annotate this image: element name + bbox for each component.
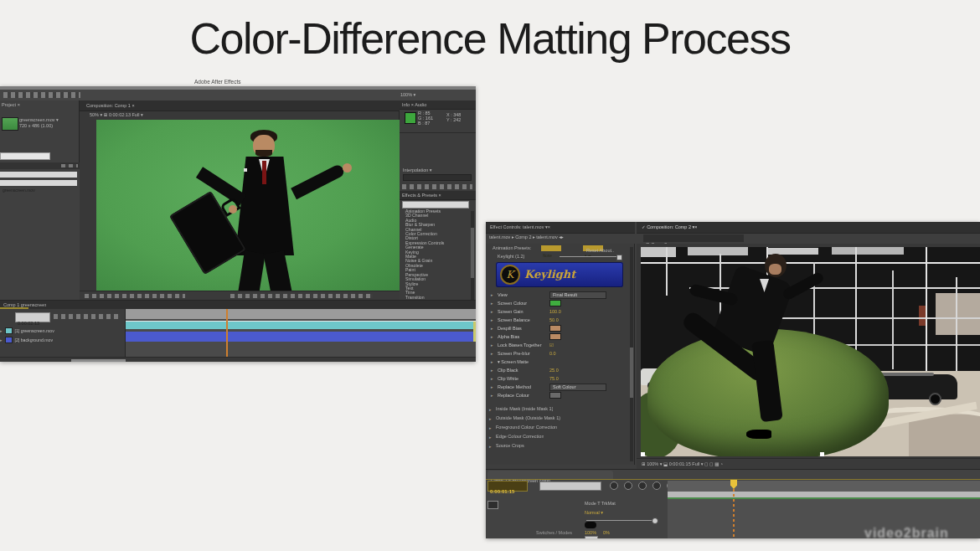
effect-param-row[interactable]: ▸ ▾ Screen Matte	[486, 358, 630, 366]
info-tab[interactable]: Info × Audio	[402, 102, 472, 108]
composite-timecode-box[interactable]: 0:00:01:15	[487, 481, 528, 492]
composite-layer-bar[interactable]	[668, 492, 980, 497]
effect-param-row[interactable]: ▸ Screen Gain 100.0	[486, 307, 630, 316]
opacity-slider-track[interactable]	[586, 520, 658, 521]
effect-name-label[interactable]: Keylight (1.2)	[498, 254, 556, 260]
effect-group-row[interactable]: ▸ Edge Colour Correction	[486, 432, 630, 441]
keyframe-box[interactable]	[585, 536, 598, 538]
timeline-timecode-box[interactable]: 0:00:02:13	[15, 312, 50, 322]
effect-controls-breadcrumb[interactable]: talent.mov ▸ Comp 2 ▸ talent.mov ◂▸	[489, 234, 632, 240]
effect-slider-track[interactable]	[560, 256, 622, 257]
param-color-swatch[interactable]	[549, 392, 561, 399]
footage-thumbnail[interactable]	[2, 117, 18, 131]
man-right-hand	[343, 163, 352, 173]
composite-viewer-toolbar[interactable]: ⊞ 100% ▾ ⬓ 0:00:01:15 Full ▾ ◻ ◻ ▦ ◔	[637, 458, 980, 470]
composition-viewer-panel: Composition: Comp 1 × 50% ▾ ⊞ 0:00:02:13…	[80, 100, 400, 300]
param-color-swatch[interactable]	[549, 300, 561, 306]
effect-param-row[interactable]: ▸ View Final Result	[486, 291, 630, 299]
ec-scrollbar-thumb[interactable]	[630, 348, 633, 398]
project-item-row[interactable]: Comp 1	[0, 172, 77, 178]
project-panel-header[interactable]: Project ×	[2, 102, 75, 108]
effect-param-row[interactable]: ▸ Clip Black 25.0	[486, 366, 630, 374]
effects-presets-title[interactable]: Effects & Presets ×	[402, 193, 472, 198]
info-tab-bar: Info × Audio	[400, 100, 476, 110]
selection-handle-left[interactable]	[641, 452, 645, 456]
viewer-toolbar-icons2[interactable]	[230, 294, 373, 298]
man-left-leg	[238, 250, 266, 291]
param-color-swatch[interactable]	[549, 333, 561, 340]
layer-color-chip[interactable]	[5, 337, 13, 343]
project-search-bar[interactable]	[0, 152, 50, 160]
audio-field[interactable]	[403, 174, 472, 181]
timeline-tracks[interactable]	[126, 319, 476, 357]
project-item-row[interactable]: greenscreen.mov	[0, 180, 77, 186]
audio-row-label[interactable]: Interpolation ▾	[403, 167, 436, 173]
dock-icons-row[interactable]	[402, 184, 472, 189]
timeline-left-pane: 0:00:02:13 ▸ [1] greenscreen.mov ▸ [2] b…	[0, 309, 126, 357]
effects-scrollbar[interactable]	[471, 211, 474, 300]
preset-pill-1[interactable]: None	[541, 245, 561, 251]
viewer-subtab-pill[interactable]: ⊞ Comp 2 ▾	[643, 234, 744, 242]
param-dropdown[interactable]: Soft Colour	[549, 384, 606, 391]
effect-param-row[interactable]: ▸ Replace Colour	[486, 391, 630, 399]
toolbar-zoom-text[interactable]: 100% ▾	[400, 92, 451, 98]
effect-slider-knob[interactable]	[616, 255, 622, 260]
footage-info: 720 x 486 (1.00)	[19, 123, 78, 129]
composite-footage[interactable]	[641, 247, 980, 456]
param-color-swatch[interactable]	[549, 325, 561, 332]
current-time-indicator[interactable]	[226, 309, 228, 357]
second-pct[interactable]: 0%	[603, 530, 610, 535]
effect-group-row[interactable]: ▸ Source Crops	[486, 441, 630, 451]
viewer-toolbar-icons[interactable]	[85, 294, 185, 298]
composite-cti-line[interactable]	[733, 489, 735, 538]
layer-bar-teal[interactable]	[126, 322, 476, 329]
switches-modes-note[interactable]: Switches / Modes	[536, 530, 583, 536]
after-effects-window-composite: Effect Controls: talent.mov ▾× ✓ Composi…	[486, 222, 980, 538]
blend-mode-value[interactable]: Normal ▾	[585, 510, 603, 515]
effect-group-row[interactable]: ▸ Inside Mask (Inside Mask 1)	[486, 404, 630, 414]
effect-param-row[interactable]: ▸ Despill Bias	[486, 324, 630, 332]
av-features-box[interactable]	[487, 501, 498, 509]
opacity-slider-knob[interactable]	[652, 518, 658, 524]
greenscreen-footage[interactable]	[96, 120, 400, 291]
timeline-hscroll[interactable]	[0, 357, 476, 362]
timeline-layer-row[interactable]: ▸ [2] background.mov	[0, 335, 126, 344]
app-toolbar[interactable]: 100% ▾	[0, 90, 476, 101]
panel-mini-icons[interactable]	[61, 164, 78, 167]
viewer-info-line[interactable]: 50% ▾ ⊞ 0:00:02:13 Full ▾	[90, 112, 257, 118]
effect-param-row[interactable]: ▸ Alpha Bias	[486, 332, 630, 341]
layer-color-chip[interactable]	[5, 327, 13, 334]
effect-param-row[interactable]: ▸ Screen Pre-blur 0.0	[486, 349, 630, 358]
composite-ruler[interactable]	[668, 481, 980, 492]
keylight-logo-letter: K	[507, 269, 514, 281]
effect-group-row[interactable]: ▸ Foreground Colour Correction	[486, 423, 630, 432]
effect-controls-tab[interactable]: Effect Controls: talent.mov ▾×	[490, 224, 631, 230]
effect-controls-scrollbar[interactable]	[630, 247, 633, 461]
timeline-toolbar-icons[interactable]	[54, 314, 121, 319]
effects-list[interactable]: Animation Presets3D ChannelAudioBlur & S…	[400, 209, 471, 305]
effect-reset-link[interactable]: Reset About..	[586, 248, 632, 254]
comp-viewer-tab[interactable]: ✓ Composition: Comp 2 ▾×	[642, 224, 859, 230]
comp-man-face	[769, 264, 781, 275]
effect-param-row[interactable]: ▸ Lock Biases Together ☑	[486, 341, 630, 349]
composite-toolbar-text[interactable]: ⊞ 100% ▾ ⬓ 0:00:01:15 Full ▾ ◻ ◻ ▦ ◔	[642, 461, 968, 467]
opacity-pct[interactable]: 100%	[585, 530, 596, 535]
effect-param-row[interactable]: ▸ Screen Colour	[486, 299, 630, 307]
timeline-ruler[interactable]	[126, 309, 476, 319]
viewer-tab[interactable]: Composition: Comp 1 ×	[86, 103, 271, 109]
timeline-layer-row[interactable]: ▸ [1] greenscreen.mov	[0, 326, 126, 335]
effect-param-row[interactable]: ▸ Replace Method Soft Colour	[486, 383, 630, 391]
selection-handle[interactable]	[820, 452, 824, 456]
hscroll-thumb[interactable]	[71, 359, 126, 362]
layer-bar-blue[interactable]	[126, 332, 473, 342]
comp-viewer-tab-bar: ✓ Composition: Comp 2 ▾×	[637, 222, 980, 234]
tool-icons[interactable]	[3, 92, 80, 98]
effect-param-row[interactable]: ▸ Clip White 75.0	[486, 374, 630, 383]
effects-scrollbar-thumb[interactable]	[471, 228, 474, 278]
composite-search-input[interactable]	[539, 481, 601, 491]
param-dropdown[interactable]: Final Result	[549, 291, 606, 299]
effect-param-row[interactable]: ▸ Screen Balance 50.0	[486, 316, 630, 324]
effect-group-row[interactable]: ▸ Outside Mask (Outside Mask 1)	[486, 414, 630, 423]
effects-search-input[interactable]: Contains:	[402, 201, 469, 209]
effects-presets-header: Effects & Presets ×	[400, 191, 476, 200]
